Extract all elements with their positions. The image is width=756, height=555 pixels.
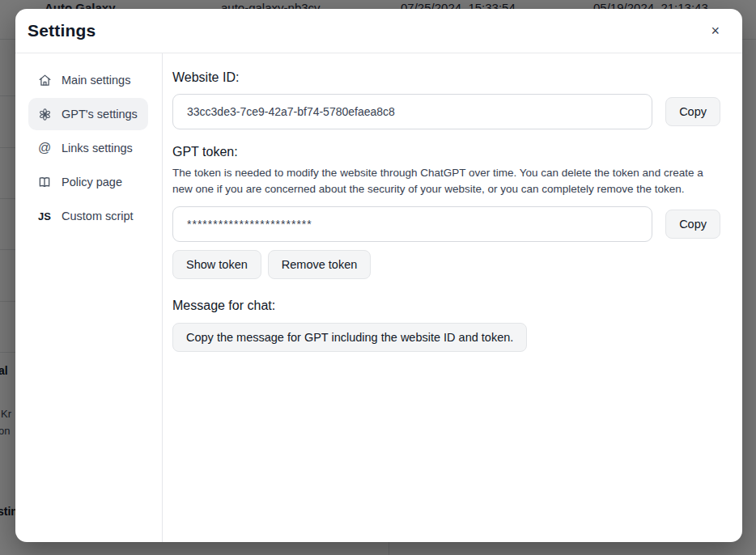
sidebar-item-label: Main settings	[62, 74, 130, 87]
settings-content: Website ID: Copy GPT token: The token is…	[163, 53, 742, 542]
settings-modal: Settings × Main settings	[15, 9, 742, 542]
js-icon: JS	[36, 208, 53, 224]
close-icon[interactable]: ×	[706, 20, 724, 41]
copy-gpt-message-button[interactable]: Copy the message for GPT including the w…	[172, 323, 527, 352]
remove-token-button[interactable]: Remove token	[268, 250, 372, 279]
sidebar-item-gpts-settings[interactable]: GPT's settings	[28, 98, 148, 130]
modal-title: Settings	[28, 21, 96, 40]
gpt-token-description: The token is needed to modify the websit…	[172, 165, 720, 197]
gpt-icon	[36, 106, 53, 122]
token-actions-row: Show token Remove token	[172, 250, 720, 279]
sidebar-item-policy-page[interactable]: Policy page	[28, 166, 148, 198]
modal-header: Settings ×	[15, 9, 742, 53]
at-icon: @	[36, 140, 53, 156]
modal-body: Main settings GPT's s	[15, 53, 742, 542]
gpt-token-label: GPT token:	[172, 145, 720, 159]
sidebar-item-main-settings[interactable]: Main settings	[28, 64, 148, 96]
gpt-token-input[interactable]	[172, 206, 652, 242]
sidebar-item-links-settings[interactable]: @ Links settings	[28, 132, 148, 164]
sidebar-item-label: Custom script	[62, 210, 134, 222]
website-id-label: Website ID:	[172, 70, 720, 85]
sidebar-item-label: Links settings	[62, 142, 133, 155]
gpt-token-row: Copy	[172, 206, 720, 242]
sidebar-item-label: Policy page	[62, 176, 122, 189]
website-id-row: Copy	[172, 94, 720, 129]
sidebar-item-custom-script[interactable]: JS Custom script	[28, 200, 148, 232]
book-icon	[36, 174, 53, 190]
show-token-button[interactable]: Show token	[172, 250, 261, 279]
settings-sidebar: Main settings GPT's s	[15, 53, 163, 542]
website-id-input[interactable]	[172, 94, 652, 129]
home-icon	[36, 72, 53, 88]
copy-website-id-button[interactable]: Copy	[665, 97, 720, 126]
message-for-chat-label: Message for chat:	[172, 299, 720, 313]
sidebar-item-label: GPT's settings	[62, 108, 138, 121]
copy-token-button[interactable]: Copy	[665, 210, 720, 239]
